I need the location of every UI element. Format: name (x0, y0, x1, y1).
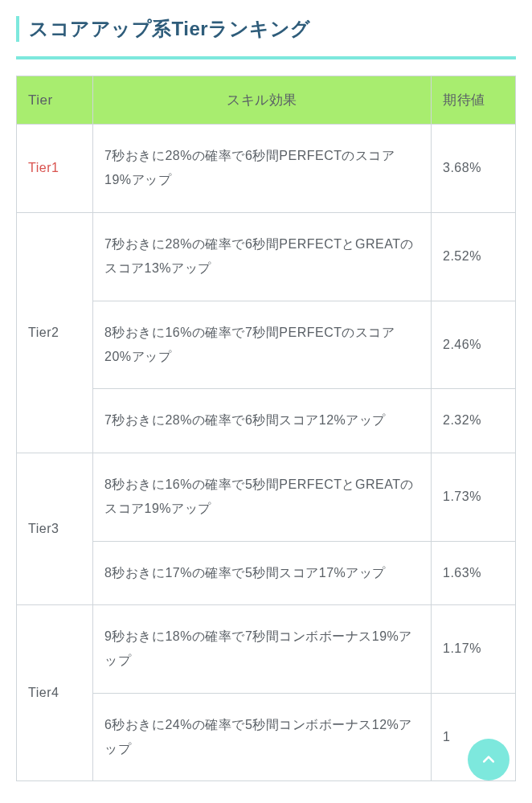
effect-cell: 8秒おきに16%の確率で5秒間PERFECTとGREATのスコア19%アップ (93, 453, 432, 541)
value-cell: 1.63% (432, 541, 516, 604)
table-row: Tier17秒おきに28%の確率で6秒間PERFECTのスコア19%アップ3.6… (17, 125, 516, 213)
value-cell: 2.32% (432, 389, 516, 453)
effect-cell: 6秒おきに24%の確率で5秒間コンボボーナス12%アップ (93, 693, 432, 781)
value-cell: 3.68% (432, 125, 516, 213)
effect-cell: 7秒おきに28%の確率で6秒間PERFECTとGREATのスコア13%アップ (93, 212, 432, 301)
header-effect: スキル効果 (93, 76, 432, 125)
effect-cell: 7秒おきに28%の確率で6秒間PERFECTのスコア19%アップ (93, 125, 432, 213)
tier-cell: Tier3 (17, 453, 93, 604)
table-row: Tier27秒おきに28%の確率で6秒間PERFECTとGREATのスコア13%… (17, 212, 516, 301)
header-tier: Tier (17, 76, 93, 125)
table-body: Tier17秒おきに28%の確率で6秒間PERFECTのスコア19%アップ3.6… (17, 125, 516, 781)
tier-cell: Tier1 (17, 125, 93, 213)
chevron-up-icon (481, 752, 497, 768)
heading-divider (16, 56, 516, 59)
effect-cell: 9秒おきに18%の確率で7秒間コンボボーナス19%アップ (93, 604, 432, 693)
tier-table: Tier スキル効果 期待値 Tier17秒おきに28%の確率で6秒間PERFE… (16, 76, 516, 781)
value-cell: 1.17% (432, 604, 516, 693)
tier-cell: Tier2 (17, 212, 93, 453)
table-header-row: Tier スキル効果 期待値 (17, 76, 516, 125)
section-heading: スコアアップ系Tierランキング (16, 16, 516, 42)
value-cell: 2.52% (432, 212, 516, 301)
value-cell: 1.73% (432, 453, 516, 541)
effect-cell: 8秒おきに17%の確率で5秒間スコア17%アップ (93, 541, 432, 604)
value-cell: 2.46% (432, 301, 516, 389)
scroll-top-button[interactable] (468, 739, 509, 780)
table-row: Tier38秒おきに16%の確率で5秒間PERFECTとGREATのスコア19%… (17, 453, 516, 541)
table-row: Tier49秒おきに18%の確率で7秒間コンボボーナス19%アップ1.17% (17, 604, 516, 693)
tier-cell: Tier4 (17, 604, 93, 781)
effect-cell: 8秒おきに16%の確率で7秒間PERFECTのスコア20%アップ (93, 301, 432, 389)
effect-cell: 7秒おきに28%の確率で6秒間スコア12%アップ (93, 389, 432, 453)
header-value: 期待値 (432, 76, 516, 125)
